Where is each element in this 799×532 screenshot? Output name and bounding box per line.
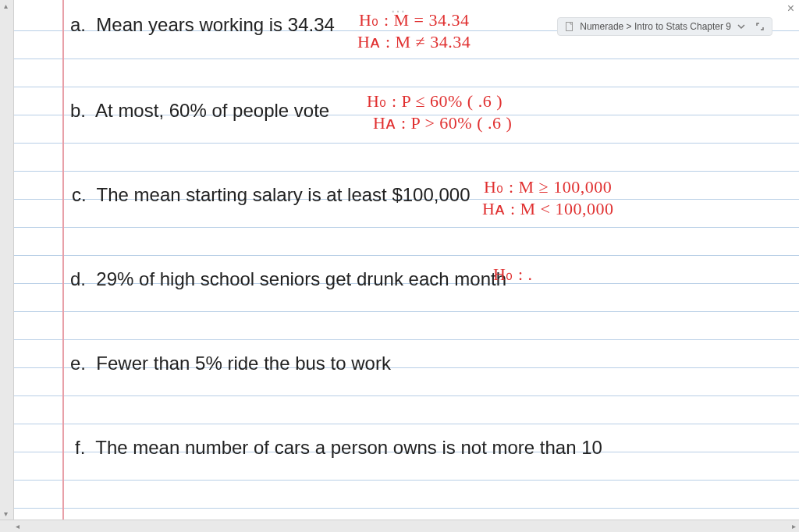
item-c-label: c. [72, 184, 87, 205]
window-frame: … a. Mean years working is 34.34 b. At m… [0, 0, 799, 532]
scrollbar-vertical[interactable]: ▴ ▾ [0, 0, 14, 532]
scroll-up-icon[interactable]: ▴ [4, 2, 8, 10]
item-f-text: The mean number of cars a person owns is… [95, 437, 602, 458]
annotation-a-h0: H₀ : M = 34.34 [359, 11, 469, 29]
breadcrumb[interactable]: Numerade > Intro to Stats Chapter 9 [557, 17, 772, 36]
item-c: c. The mean starting salary is at least … [72, 184, 471, 206]
item-d-label: d. [70, 268, 86, 289]
annotation-d-h0: H₀ : . [493, 265, 533, 283]
scrollbar-horizontal[interactable]: ◂ ▸ [0, 520, 799, 532]
item-b-text: At most, 60% of people vote [95, 100, 329, 121]
item-a-label: a. [70, 14, 86, 35]
item-a-text: Mean years working is 34.34 [96, 14, 334, 35]
annotation-a-ha: Hᴀ : M ≠ 34.34 [357, 33, 471, 51]
item-d-text: 29% of high school seniors get drunk eac… [96, 268, 506, 289]
item-b-label: b. [70, 100, 86, 121]
breadcrumb-text: Numerade > Intro to Stats Chapter 9 [580, 21, 731, 32]
item-e: e. Fewer than 5% ride the bus to work [70, 353, 391, 374]
scroll-left-icon[interactable]: ◂ [16, 522, 20, 530]
item-e-text: Fewer than 5% ride the bus to work [96, 353, 391, 374]
annotation-b-ha: Hᴀ : P > 60% ( .6 ) [373, 114, 512, 132]
scroll-right-icon[interactable]: ▸ [792, 522, 796, 530]
item-a: a. Mean years working is 34.34 [70, 14, 335, 36]
svg-rect-0 [566, 23, 573, 31]
annotation-c-h0: H₀ : M ≥ 100,000 [484, 178, 612, 196]
left-margin-rule [62, 0, 64, 520]
chevron-down-icon [736, 21, 747, 32]
item-c-text: The mean starting salary is at least $10… [97, 184, 471, 205]
item-d: d. 29% of high school seniors get drunk … [70, 268, 506, 290]
close-button[interactable]: × [787, 2, 794, 16]
item-e-label: e. [70, 353, 86, 374]
item-f-label: f. [75, 437, 85, 458]
item-b: b. At most, 60% of people vote [70, 100, 329, 122]
scroll-down-icon[interactable]: ▾ [4, 509, 8, 518]
page-icon [564, 21, 575, 32]
expand-icon[interactable] [755, 21, 765, 32]
annotation-b-h0: H₀ : P ≤ 60% ( .6 ) [367, 92, 502, 110]
item-f: f. The mean number of cars a person owns… [75, 437, 602, 459]
annotation-c-ha: Hᴀ : M < 100,000 [482, 200, 613, 218]
